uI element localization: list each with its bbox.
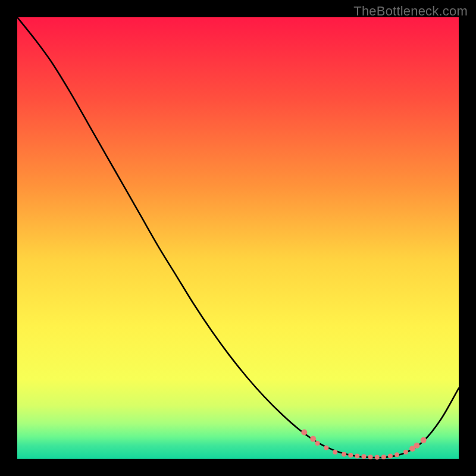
marker-dot <box>394 452 399 457</box>
marker-dot <box>414 443 420 449</box>
marker-dot <box>388 454 393 459</box>
plot-area <box>17 17 459 459</box>
marker-dot <box>361 454 366 459</box>
marker-dot <box>342 452 346 457</box>
marker-dot <box>315 441 320 446</box>
curve-layer <box>17 17 459 459</box>
marker-dot <box>375 455 380 459</box>
marker-dot <box>301 429 307 435</box>
marker-dot <box>348 453 353 458</box>
marker-dot <box>355 454 359 459</box>
marker-dot <box>333 450 337 455</box>
marker-dot <box>310 436 316 442</box>
marker-dot <box>381 455 386 459</box>
marker-dot <box>324 445 328 450</box>
chart-stage: TheBottleneck.com <box>0 0 476 476</box>
bottleneck-curve <box>17 17 459 458</box>
marker-dot <box>421 437 427 443</box>
marker-dot <box>403 450 408 455</box>
marker-dot <box>368 455 373 459</box>
